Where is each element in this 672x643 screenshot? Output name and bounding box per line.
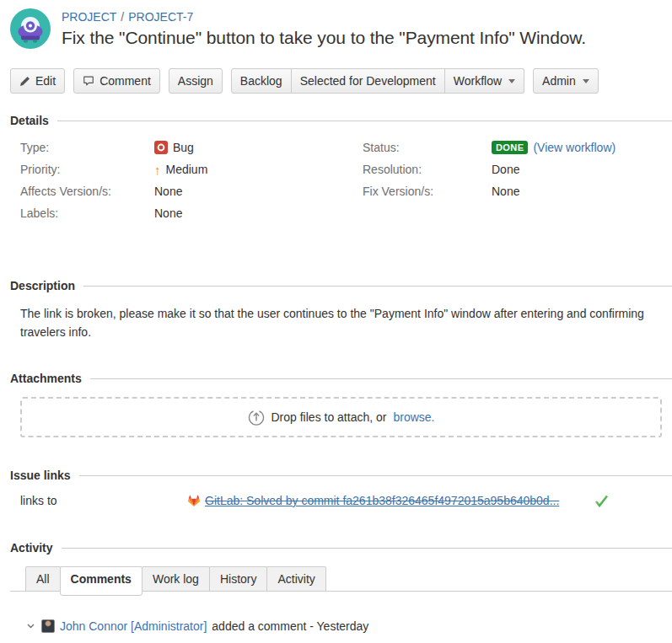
issue-links-heading: Issue links xyxy=(10,469,672,482)
detail-row-labels: Labels: None xyxy=(20,205,363,222)
labels-label: Labels: xyxy=(20,206,154,220)
attachments-module: Attachments Drop files to attach, or bro… xyxy=(0,372,672,437)
heading-rule xyxy=(83,286,672,287)
description-text: The link is broken, please make it so th… xyxy=(0,304,672,341)
workflow-dropdown-button[interactable]: Workflow xyxy=(445,68,524,94)
comment-author-link[interactable]: John Connor [Administrator] xyxy=(60,619,207,633)
backlog-button[interactable]: Backlog xyxy=(231,68,292,94)
priority-label: Priority: xyxy=(20,163,154,176)
resolved-check-icon xyxy=(594,495,609,507)
status-badge: DONE xyxy=(492,141,528,154)
comment-header: John Connor [Administrator] added a comm… xyxy=(25,619,672,633)
heading-rule xyxy=(79,475,672,476)
issue-header: PROJECT/PROJECT-7 Fix the "Continue" but… xyxy=(0,0,672,49)
comment-button-label: Comment xyxy=(99,74,151,88)
upload-cloud-icon xyxy=(248,409,265,426)
link-relation-label: links to xyxy=(20,494,187,507)
edit-button[interactable]: Edit xyxy=(10,68,65,94)
admin-dropdown-label: Admin xyxy=(542,74,576,88)
attachments-heading: Attachments xyxy=(10,372,672,385)
status-label: Status: xyxy=(363,141,492,154)
tab-all[interactable]: All xyxy=(25,566,61,591)
fix-version-label: Fix Version/s: xyxy=(363,185,492,198)
admin-dropdown-button[interactable]: Admin xyxy=(533,68,599,94)
detail-row-resolution: Resolution: Done xyxy=(363,161,616,178)
detail-row-affects-version: Affects Version/s: None xyxy=(20,183,363,200)
tab-history[interactable]: History xyxy=(209,566,268,591)
selected-for-development-label: Selected for Development xyxy=(300,74,436,88)
comment-author-avatar[interactable] xyxy=(41,619,55,633)
detail-row-fix-version: Fix Version/s: None xyxy=(363,183,616,200)
labels-value: None xyxy=(154,206,182,220)
gitlab-commit-link[interactable]: GitLab: Solved by commit fa261b38f326465… xyxy=(205,494,559,507)
browse-link[interactable]: browse. xyxy=(393,410,434,424)
priority-medium-icon: ↑ xyxy=(154,163,161,176)
breadcrumb-separator: / xyxy=(121,10,124,24)
chevron-down-icon xyxy=(508,79,515,83)
workflow-dropdown-label: Workflow xyxy=(454,74,502,88)
issue-links-module: Issue links links to GitLab: Solved by c… xyxy=(0,469,672,507)
comment-bubble-icon xyxy=(83,75,94,87)
details-heading: Details xyxy=(10,114,672,127)
comment-action-text: added a comment - Yesterday xyxy=(212,619,368,633)
comment-button[interactable]: Comment xyxy=(73,68,160,94)
assign-button[interactable]: Assign xyxy=(169,68,223,94)
affects-version-value: None xyxy=(154,185,182,198)
selected-for-development-button[interactable]: Selected for Development xyxy=(292,68,445,94)
description-heading: Description xyxy=(10,279,672,292)
collapse-chevron-icon[interactable] xyxy=(25,622,36,630)
priority-value: Medium xyxy=(166,163,208,176)
activity-tabs: All Comments Work log History Activity xyxy=(10,566,672,592)
bug-icon xyxy=(154,141,168,154)
resolution-label: Resolution: xyxy=(363,163,492,176)
heading-rule xyxy=(57,121,672,121)
workflow-button-group: Backlog Selected for Development Workflo… xyxy=(231,68,524,94)
issue-title: Fix the "Continue" button to take you to… xyxy=(62,28,586,48)
heading-rule xyxy=(62,548,672,549)
activity-module: Activity All Comments Work log History A… xyxy=(0,541,672,643)
breadcrumb: PROJECT/PROJECT-7 xyxy=(62,10,586,24)
description-heading-label: Description xyxy=(10,279,75,292)
breadcrumb-project-link[interactable]: PROJECT xyxy=(62,10,116,24)
backlog-button-label: Backlog xyxy=(240,74,282,88)
details-module: Details Type: Bug Priority: ↑ Medium Aff… xyxy=(0,114,672,227)
details-heading-label: Details xyxy=(10,114,49,127)
tab-comments[interactable]: Comments xyxy=(60,566,142,596)
description-module: Description The link is broken, please m… xyxy=(0,279,672,341)
chevron-down-icon xyxy=(583,79,589,83)
project-avatar-icon xyxy=(10,8,51,49)
activity-heading: Activity xyxy=(10,541,672,555)
detail-row-status: Status: DONE (View workflow) xyxy=(363,139,616,156)
attachments-dropzone[interactable]: Drop files to attach, or browse. xyxy=(20,397,662,437)
issue-link-row: links to GitLab: Solved by commit fa261b… xyxy=(0,494,672,507)
dropzone-text: Drop files to attach, or xyxy=(271,410,387,424)
view-workflow-link[interactable]: (View workflow) xyxy=(533,141,616,154)
attachments-heading-label: Attachments xyxy=(10,372,82,385)
type-value: Bug xyxy=(173,141,194,154)
detail-row-type: Type: Bug xyxy=(20,139,363,156)
type-label: Type: xyxy=(20,141,154,154)
assign-button-label: Assign xyxy=(178,74,213,88)
pencil-icon xyxy=(19,76,30,87)
gitlab-icon xyxy=(187,494,201,507)
tab-work-log[interactable]: Work log xyxy=(142,566,210,591)
activity-heading-label: Activity xyxy=(10,541,53,555)
tab-activity[interactable]: Activity xyxy=(266,566,325,591)
issue-links-heading-label: Issue links xyxy=(10,469,71,482)
heading-rule xyxy=(90,378,672,379)
detail-row-priority: Priority: ↑ Medium xyxy=(20,161,363,178)
breadcrumb-issue-link[interactable]: PROJECT-7 xyxy=(128,10,193,24)
affects-version-label: Affects Version/s: xyxy=(20,185,154,198)
fix-version-value: None xyxy=(492,185,519,198)
edit-button-label: Edit xyxy=(35,74,56,88)
resolution-value: Done xyxy=(492,163,519,176)
toolbar: Edit Comment Assign Backlog Selected for… xyxy=(10,68,662,94)
